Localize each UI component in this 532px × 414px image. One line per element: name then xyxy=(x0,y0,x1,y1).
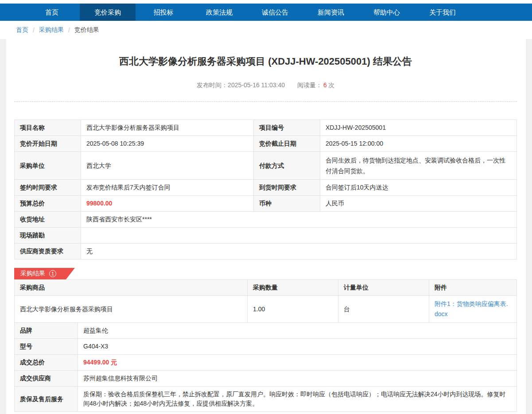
value-cell: 西北大学影像分析服务器采购项目 xyxy=(81,120,254,136)
value-cell: 2025-05-08 10:25:39 xyxy=(81,136,254,152)
result-badge-count: 1 xyxy=(49,270,56,277)
nav-item-policies[interactable]: 政策法规 xyxy=(191,4,247,21)
breadcrumb-home[interactable]: 首页 xyxy=(16,26,28,34)
attachment-cell: 附件1：货物类响应偏离表.docx xyxy=(429,296,517,323)
breadcrumb-bidding-results: 竞价结果 xyxy=(74,26,99,34)
label-cell: 品牌 xyxy=(15,323,78,339)
budget-price-value: 99800.00 xyxy=(81,196,254,212)
quantity-cell: 1.00 xyxy=(248,296,338,323)
value-cell: 合同签订后10天内送达 xyxy=(320,180,517,196)
label-cell: 币种 xyxy=(254,196,320,212)
info-row-delivery-address: 收货地址 陕西省西安市长安区**** xyxy=(15,212,517,228)
dashed-divider xyxy=(14,101,517,102)
label-cell: 现场踏勘 xyxy=(15,228,81,244)
label-cell: 竞价截止日期 xyxy=(254,136,320,152)
value-cell: 合同生效后，待货物到达指定地点、安装调试验收合格后，一次性付清合同货款。 xyxy=(320,152,517,180)
label-cell: 竞价开始日期 xyxy=(15,136,81,152)
result-product-row: 西北大学影像分析服务器采购项目 1.00 台 附件1：货物类响应偏离表.docx xyxy=(15,296,517,323)
info-row-budget-currency: 预算总价 99800.00 币种 人民币 xyxy=(15,196,517,212)
views-unit: 次 xyxy=(328,81,334,89)
value-cell: 西北大学 xyxy=(81,152,254,180)
label-cell: 预算总价 xyxy=(15,196,81,212)
detail-row-brand: 品牌 超益集伦 xyxy=(15,323,517,339)
label-cell: 付款方式 xyxy=(254,152,320,180)
detail-row-model: 型号 G404-X3 xyxy=(15,339,517,355)
value-cell: 苏州超集信息科技有限公司 xyxy=(78,371,517,387)
value-cell: G404-X3 xyxy=(78,339,517,355)
publish-time-value: 2025-05-16 11:03:40 xyxy=(228,81,285,89)
label-cell: 成交供应商 xyxy=(15,371,78,387)
result-badge: 采购结果 1 xyxy=(14,268,75,279)
info-row-dates: 竞价开始日期 2025-05-08 10:25:39 竞价截止日期 2025-0… xyxy=(15,136,517,152)
value-cell: 发布竞价结果后7天内签订合同 xyxy=(81,180,254,196)
breadcrumb-procurement-results[interactable]: 采购结果 xyxy=(39,26,64,34)
nav-item-integrity-notices[interactable]: 诚信公告 xyxy=(247,4,303,21)
value-cell: 无 xyxy=(81,244,517,259)
header-cell-attachment: 附件 xyxy=(429,280,517,296)
result-table: 采购商品 采购数量 计量单位 附件 西北大学影像分析服务器采购项目 1.00 台… xyxy=(14,279,517,323)
page-background: 西北大学影像分析服务器采购项目 (XDJJ-HW-202505001) 结果公告… xyxy=(0,39,532,414)
product-name-cell: 西北大学影像分析服务器采购项目 xyxy=(15,296,248,323)
breadcrumb-separator: / xyxy=(33,27,35,34)
info-row-site-survey: 现场踏勘 xyxy=(15,228,517,244)
label-cell: 到货时间要求 xyxy=(254,180,320,196)
label-cell: 项目编号 xyxy=(254,120,320,136)
views-label: 阅读量： xyxy=(297,81,322,89)
detail-row-final-price: 成交总价 94499.00 元 xyxy=(15,355,517,371)
label-cell: 签约时间要求 xyxy=(15,180,81,196)
result-badge-label: 采购结果 xyxy=(20,270,45,278)
header-cell-unit: 计量单位 xyxy=(338,280,429,296)
nav-item-help-center[interactable]: 帮助中心 xyxy=(359,4,415,21)
breadcrumb: 首页 / 采购结果 / 竞价结果 xyxy=(0,21,532,39)
value-cell: 超益集伦 xyxy=(78,323,517,339)
info-row-project-name: 项目名称 西北大学影像分析服务器采购项目 项目编号 XDJJ-HW-202505… xyxy=(15,120,517,136)
publish-time-label: 发布时间： xyxy=(197,81,228,89)
top-strip xyxy=(0,0,532,4)
views-count: 6 xyxy=(323,81,327,89)
value-cell xyxy=(81,228,517,244)
value-cell: 2025-05-15 12:00:00 xyxy=(320,136,517,152)
attachment-link[interactable]: 附件1：货物类响应偏离表.docx xyxy=(435,299,511,319)
label-cell: 项目名称 xyxy=(15,120,81,136)
value-cell: 质保期：验收合格后质保整机三年，禁止拆改配置，原厂直发用户。响应时效：即时响应（… xyxy=(78,387,517,412)
label-cell: 质保及售后服务 xyxy=(15,387,78,412)
info-row-signing-delivery: 签约时间要求 发布竞价结果后7天内签订合同 到货时间要求 合同签订后10天内送达 xyxy=(15,180,517,196)
info-row-buyer-payment: 采购单位 西北大学 付款方式 合同生效后，待货物到达指定地点、安装调试验收合格后… xyxy=(15,152,517,180)
info-row-supplier-qualification: 供应商资质要求 无 xyxy=(15,244,517,259)
announcement-card: 西北大学影像分析服务器采购项目 (XDJJ-HW-202505001) 结果公告… xyxy=(6,39,526,414)
label-cell: 采购单位 xyxy=(15,152,81,180)
article-meta: 发布时间：2025-05-16 11:03:40阅读量：6次 xyxy=(14,81,517,89)
nav-item-about-us[interactable]: 关于我们 xyxy=(415,4,470,21)
label-cell: 成交总价 xyxy=(15,355,78,371)
final-price-value: 94499.00 元 xyxy=(78,355,517,371)
label-cell: 型号 xyxy=(15,339,78,355)
breadcrumb-separator: / xyxy=(68,27,70,34)
result-table-header-row: 采购商品 采购数量 计量单位 附件 xyxy=(15,280,517,296)
detail-row-warranty: 质保及售后服务 质保期：验收合格后质保整机三年，禁止拆改配置，原厂直发用户。响应… xyxy=(15,387,517,412)
header-cell-quantity: 采购数量 xyxy=(248,280,338,296)
project-info-table: 项目名称 西北大学影像分析服务器采购项目 项目编号 XDJJ-HW-202505… xyxy=(14,120,517,259)
label-cell: 供应商资质要求 xyxy=(15,244,81,259)
value-cell: 人民币 xyxy=(320,196,517,212)
detail-row-winning-supplier: 成交供应商 苏州超集信息科技有限公司 xyxy=(15,371,517,387)
page-title: 西北大学影像分析服务器采购项目 (XDJJ-HW-202505001) 结果公告 xyxy=(14,55,517,68)
nav-item-bidding-procurement[interactable]: 竞价采购 xyxy=(80,4,136,21)
nav-item-home[interactable]: 首页 xyxy=(24,4,80,21)
nav-item-news[interactable]: 新闻资讯 xyxy=(303,4,359,21)
unit-cell: 台 xyxy=(338,296,429,323)
label-cell: 收货地址 xyxy=(15,212,81,228)
value-cell: 陕西省西安市长安区**** xyxy=(81,212,517,228)
nav-item-tendering[interactable]: 招投标 xyxy=(136,4,191,21)
result-detail-table: 品牌 超益集伦 型号 G404-X3 成交总价 94499.00 元 成交供应商… xyxy=(14,322,517,412)
header-cell-product: 采购商品 xyxy=(15,280,248,296)
value-cell: XDJJ-HW-202505001 xyxy=(320,120,517,136)
main-nav: 首页 竞价采购 招投标 政策法规 诚信公告 新闻资讯 帮助中心 关于我们 xyxy=(0,4,532,21)
